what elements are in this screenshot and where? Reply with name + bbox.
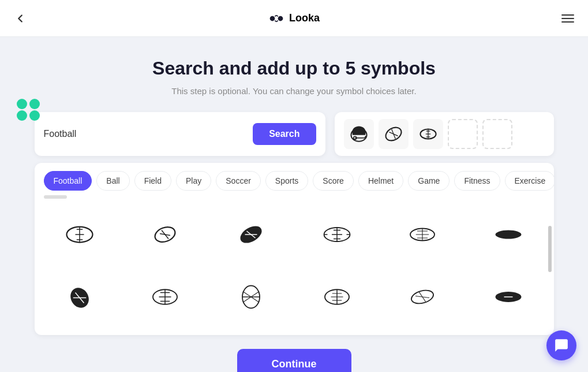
tag-soccer[interactable]: Soccer	[216, 171, 261, 191]
icon-football-3[interactable]	[211, 206, 292, 263]
tag-score[interactable]: Score	[313, 171, 354, 191]
icon-football-4[interactable]	[297, 206, 378, 263]
svg-point-41	[496, 230, 522, 239]
svg-point-3	[29, 99, 40, 109]
tag-ball[interactable]: Ball	[96, 171, 129, 191]
tag-fitness[interactable]: Fitness	[454, 171, 500, 191]
search-area: Search	[35, 112, 554, 156]
continue-button[interactable]: Continue	[237, 349, 351, 372]
page-title: Search and add up to 5 symbols	[152, 58, 436, 79]
svg-point-2	[17, 99, 27, 109]
icon-football-1[interactable]	[39, 206, 121, 263]
menu-line	[561, 21, 574, 23]
icons-grid	[35, 201, 554, 335]
menu-line	[561, 18, 574, 19]
search-button[interactable]: Search	[253, 123, 316, 145]
icon-football-2[interactable]	[125, 206, 206, 263]
svg-point-0	[270, 16, 275, 21]
logo-icon	[268, 10, 284, 27]
chat-icon	[554, 338, 569, 353]
scrollbar[interactable]	[548, 226, 552, 272]
symbol-slot-5[interactable]	[482, 119, 512, 149]
icon-football-6[interactable]	[468, 206, 549, 263]
tag-game[interactable]: Game	[408, 171, 450, 191]
app-header: Looka	[0, 0, 588, 37]
icon-football-11[interactable]	[382, 268, 463, 326]
tags-row: FootballBallFieldPlaySoccerSportsScoreHe…	[35, 163, 554, 191]
icon-football-7[interactable]	[39, 268, 121, 326]
decoration-dots	[16, 98, 57, 129]
icon-football-5[interactable]	[382, 206, 463, 263]
back-button[interactable]	[14, 12, 27, 25]
tag-field[interactable]: Field	[134, 171, 171, 191]
logo: Looka	[268, 10, 320, 27]
svg-line-12	[391, 129, 395, 139]
svg-line-61	[415, 296, 429, 298]
svg-point-1	[278, 16, 283, 21]
menu-line	[561, 14, 574, 16]
search-input[interactable]	[44, 129, 249, 139]
menu-button[interactable]	[561, 14, 574, 23]
page-subtitle: This step is optional. You can change yo…	[171, 86, 416, 96]
logo-text: Looka	[289, 12, 320, 24]
icon-football-10[interactable]	[297, 268, 378, 326]
symbol-slot-2[interactable]	[379, 119, 409, 149]
tag-sports[interactable]: Sports	[265, 171, 308, 191]
symbol-slot-1[interactable]	[344, 119, 374, 149]
content-panel: FootballBallFieldPlaySoccerSportsScoreHe…	[35, 163, 554, 335]
symbol-slot-4[interactable]	[448, 119, 478, 149]
svg-point-4	[17, 110, 27, 121]
main-content: Search and add up to 5 symbols This step…	[0, 37, 588, 372]
icon-football-9[interactable]	[211, 268, 292, 326]
tag-helmet[interactable]: Helmet	[358, 171, 403, 191]
svg-point-5	[29, 110, 40, 121]
tag-football[interactable]: Football	[44, 171, 92, 191]
search-box: Search	[35, 112, 325, 156]
scroll-indicator	[44, 195, 67, 199]
tag-exercise[interactable]: Exercise	[505, 171, 554, 191]
symbol-slots	[335, 112, 554, 156]
icon-football-8[interactable]	[125, 268, 206, 326]
tag-play[interactable]: Play	[176, 171, 211, 191]
symbol-slot-3[interactable]	[413, 119, 443, 149]
continue-area: Continue	[237, 349, 351, 372]
icon-football-12[interactable]	[468, 268, 549, 326]
chat-bubble[interactable]	[546, 330, 576, 360]
